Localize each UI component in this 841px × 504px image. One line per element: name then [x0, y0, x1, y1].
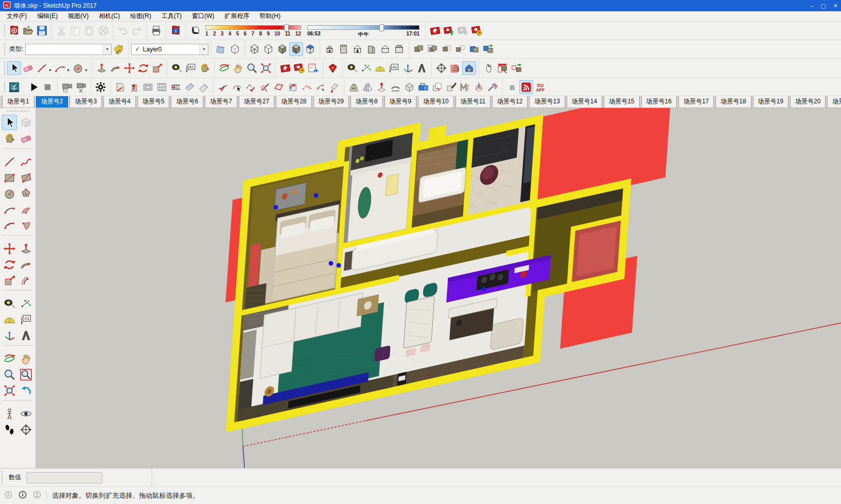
viewport-3d-model[interactable]	[36, 108, 841, 468]
roof-tile-button[interactable]	[183, 80, 197, 94]
scene-tab-18[interactable]: 场景号15	[604, 96, 639, 107]
entity-type-select[interactable]: ▼	[25, 44, 112, 55]
view-left-button[interactable]	[392, 42, 406, 56]
move-button[interactable]	[122, 61, 136, 75]
share-model-button[interactable]	[428, 24, 442, 38]
mirror-tool-button[interactable]	[361, 80, 375, 94]
cut-button[interactable]	[55, 24, 68, 38]
offset-button[interactable]	[18, 273, 33, 288]
paste-button[interactable]	[82, 24, 96, 38]
view-back-button[interactable]	[378, 42, 392, 56]
joint-push-button[interactable]	[486, 80, 500, 94]
material-pick-button[interactable]	[444, 80, 458, 94]
pie-tool-2-button[interactable]	[18, 218, 33, 233]
scene-tab-22[interactable]: 场景号19	[753, 96, 789, 107]
scene-tab-20[interactable]: 场景号17	[678, 96, 714, 107]
replace-similar-button[interactable]	[481, 42, 495, 56]
remove-camera-button[interactable]	[74, 80, 88, 94]
weight-tool-button[interactable]: KG	[347, 80, 361, 94]
geolocation-icon[interactable]	[4, 491, 12, 500]
move-button[interactable]	[2, 241, 17, 256]
window-insert-button[interactable]	[141, 80, 155, 94]
menu-item-4[interactable]: 相机(C)	[94, 11, 125, 22]
freehand-button[interactable]	[18, 154, 33, 169]
print-button[interactable]	[149, 24, 163, 38]
toolbar-grip[interactable]	[4, 61, 6, 75]
shadow-toggle-button[interactable]	[188, 24, 202, 38]
scene-tab-5[interactable]: 场景号5	[137, 96, 170, 107]
wall-raise-button[interactable]	[127, 80, 141, 94]
hand-select-button[interactable]	[482, 61, 496, 75]
menu-item-1[interactable]: 文件(F)	[2, 11, 31, 22]
scene-tab-16[interactable]: 场景号13	[529, 96, 565, 107]
shape-tool-dropdown-icon[interactable]: ▼	[84, 68, 88, 72]
edit-tag-button[interactable]	[112, 42, 126, 56]
line-check-button[interactable]	[216, 80, 230, 94]
add-camera-button[interactable]	[60, 80, 74, 94]
window-array-button[interactable]	[155, 80, 169, 94]
wall-draw-button[interactable]	[113, 80, 127, 94]
rotate-button[interactable]	[2, 257, 17, 272]
dimension-button[interactable]: A1	[184, 61, 198, 75]
line-tool-button[interactable]	[35, 61, 49, 75]
scene-tab-4[interactable]: 场景号4	[103, 96, 136, 107]
scene-tab-13[interactable]: 场景号10	[418, 96, 453, 107]
lumion-button[interactable]	[7, 80, 21, 94]
report-tool-button[interactable]	[496, 61, 510, 75]
section-cut-button[interactable]	[462, 61, 476, 75]
compass-tool-button[interactable]	[472, 80, 486, 94]
arc-tool-dropdown-icon[interactable]: ▼	[66, 68, 70, 72]
scale-button[interactable]	[2, 273, 17, 288]
scale-button[interactable]	[150, 61, 164, 75]
roof-frame-button[interactable]	[197, 80, 211, 94]
railing-button[interactable]	[169, 80, 183, 94]
get-models-button[interactable]	[278, 61, 292, 75]
face-tool-button[interactable]	[272, 80, 286, 94]
select-button[interactable]	[7, 61, 21, 75]
polyline-check-button[interactable]	[244, 80, 258, 94]
face-copy-button[interactable]	[430, 80, 444, 94]
follow-me-button[interactable]	[109, 61, 122, 75]
zoom-extents-button[interactable]	[259, 61, 273, 75]
palette-grip[interactable]	[7, 110, 29, 113]
explode-group-button[interactable]	[453, 42, 467, 56]
paint-bucket-button[interactable]	[2, 131, 17, 146]
arc-edit-button[interactable]	[313, 80, 327, 94]
scene-tab-11[interactable]: 场景号8	[351, 96, 383, 107]
pan-button[interactable]	[18, 351, 33, 366]
arch-tool-button[interactable]	[389, 80, 402, 94]
scene-tab-15[interactable]: 场景号12	[492, 96, 528, 107]
shaded-textures-button[interactable]	[289, 42, 303, 56]
shadow-month-slider-thumb[interactable]	[284, 24, 289, 31]
north-compass-button[interactable]	[434, 61, 448, 75]
pair-boxes-button[interactable]	[416, 80, 430, 94]
replace-tool-button[interactable]	[510, 61, 523, 75]
edit-group-button[interactable]	[426, 42, 440, 56]
wireframe-button[interactable]	[248, 42, 261, 56]
zoom-button[interactable]	[2, 367, 17, 382]
layer-select-arrow-icon[interactable]: ▼	[199, 44, 208, 55]
section-plane-button[interactable]	[448, 61, 462, 75]
scene-tab-19[interactable]: 场景号16	[641, 96, 677, 107]
protractor-button[interactable]	[373, 61, 387, 75]
orbit-button[interactable]	[2, 351, 17, 366]
toolbar-grip[interactable]	[4, 81, 6, 93]
menu-item-2[interactable]: 编辑(E)	[32, 11, 62, 22]
line-button[interactable]	[2, 154, 17, 169]
account-icon[interactable]	[33, 491, 41, 500]
menu-item-5[interactable]: 绘图(R)	[126, 11, 156, 22]
toolbar-grip[interactable]	[4, 24, 6, 37]
push-pull-button[interactable]	[95, 61, 109, 75]
raise-tool-button[interactable]	[375, 80, 389, 94]
play-animation-button[interactable]	[27, 80, 41, 94]
protractor-button[interactable]	[2, 312, 17, 327]
menu-item-7[interactable]: 窗口(W)	[187, 11, 219, 22]
walk-button[interactable]	[2, 422, 17, 437]
model-credits-button[interactable]	[470, 24, 484, 38]
scene-tab-8[interactable]: 场景号27	[239, 96, 274, 107]
previous-view-button[interactable]	[18, 383, 33, 398]
vray-button[interactable]	[326, 61, 340, 75]
back-edges-button[interactable]	[228, 42, 242, 56]
shape-tool-button[interactable]	[71, 61, 85, 75]
shadow-month-slider[interactable]: 123456789101112	[205, 24, 301, 38]
